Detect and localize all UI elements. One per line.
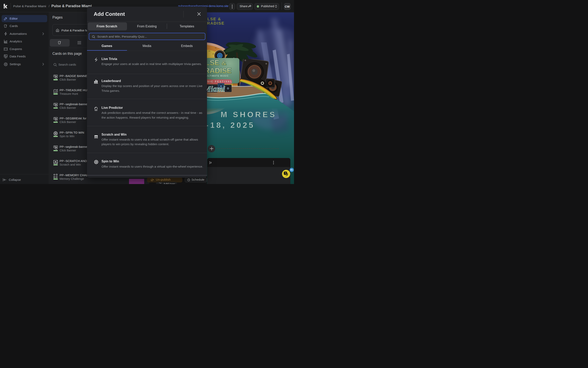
svg-text:?: ? (285, 172, 286, 175)
